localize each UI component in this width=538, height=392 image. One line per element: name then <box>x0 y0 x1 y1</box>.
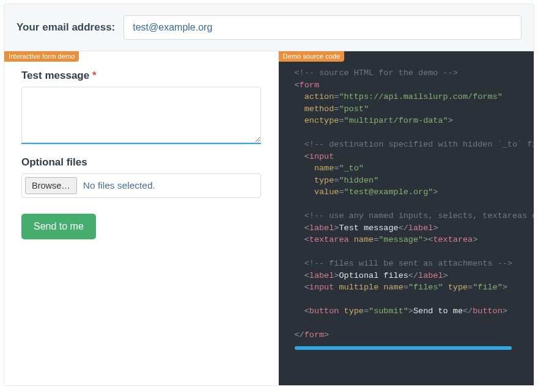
code-str: "_to" <box>339 164 364 173</box>
code-tag: button <box>309 307 339 316</box>
code-comment: <!-- files will be sent as attachments -… <box>304 259 512 268</box>
code-tag: textarea <box>433 235 473 244</box>
files-label: Optional files <box>21 156 261 169</box>
code-scroll-indicator[interactable] <box>295 346 512 350</box>
textarea-focus-underline <box>21 143 261 144</box>
code-str: "files" <box>408 283 443 292</box>
code-tag: label <box>309 223 334 233</box>
source-code: <!-- source HTML for the demo --> <form … <box>295 67 534 341</box>
code-attr: type <box>448 283 468 292</box>
code-attr: method <box>304 104 334 114</box>
code-attr: enctype <box>304 116 339 125</box>
code-str: "message" <box>378 235 423 244</box>
code-tag: input <box>309 283 334 292</box>
code-attr: type <box>314 176 334 185</box>
submit-button[interactable]: Send to me <box>21 214 96 239</box>
browse-button[interactable]: Browse… <box>25 177 77 194</box>
code-str: "https://api.mailslurp.com/forms" <box>339 92 502 101</box>
top-bar: Your email address: <box>4 4 534 51</box>
code-str: "hidden" <box>339 176 378 185</box>
code-attr: name <box>383 283 403 292</box>
code-tag: label <box>309 271 334 280</box>
message-label-text: Test message <box>21 70 89 81</box>
email-label: Your email address: <box>17 21 115 34</box>
code-tag: input <box>309 152 334 161</box>
code-pane: Demo source code <!-- source HTML for th… <box>279 51 534 385</box>
files-group: Optional files Browse… No files selected… <box>21 156 261 198</box>
code-tag: label <box>408 223 433 233</box>
code-attr: value <box>314 187 339 197</box>
code-tag: form <box>304 330 324 339</box>
code-pane-badge: Demo source code <box>279 51 345 62</box>
message-textarea-wrap <box>21 87 261 144</box>
code-tag: button <box>473 307 503 316</box>
code-text: Test message <box>339 223 398 233</box>
code-comment: <!-- use any named inputs, selects, text… <box>304 211 534 220</box>
code-comment: <!-- destination specified with hidden `… <box>304 140 534 149</box>
code-attr: type <box>344 307 364 316</box>
code-str: "file" <box>473 283 503 292</box>
code-attr: name <box>314 164 334 173</box>
code-str: "multipart/form-data" <box>344 116 448 125</box>
code-tag: form <box>300 81 319 90</box>
code-str: "submit" <box>369 307 408 316</box>
code-text: Send to me <box>413 307 463 316</box>
demo-container: Your email address: Interactive form dem… <box>4 4 534 386</box>
code-tag: textarea <box>309 235 349 244</box>
code-attr: name <box>354 235 374 244</box>
split-panes: Interactive form demo Test message * Opt… <box>4 51 534 385</box>
code-attr: multiple <box>339 283 378 292</box>
required-marker: * <box>92 70 97 81</box>
message-textarea[interactable] <box>21 87 261 143</box>
code-str: "test@example.org" <box>344 187 433 197</box>
message-label: Test message * <box>21 70 261 82</box>
form-pane: Interactive form demo Test message * Opt… <box>4 51 279 385</box>
file-input-row[interactable]: Browse… No files selected. <box>21 173 261 198</box>
code-text: Optional files <box>339 271 408 280</box>
message-group: Test message * <box>21 70 261 144</box>
file-status-text: No files selected. <box>83 180 155 191</box>
code-comment: <!-- source HTML for the demo --> <box>295 68 458 78</box>
form-pane-badge: Interactive form demo <box>4 51 79 62</box>
code-attr: action <box>304 92 334 101</box>
email-input[interactable] <box>123 15 521 40</box>
code-tag: label <box>418 271 443 280</box>
code-str: "post" <box>339 104 369 114</box>
